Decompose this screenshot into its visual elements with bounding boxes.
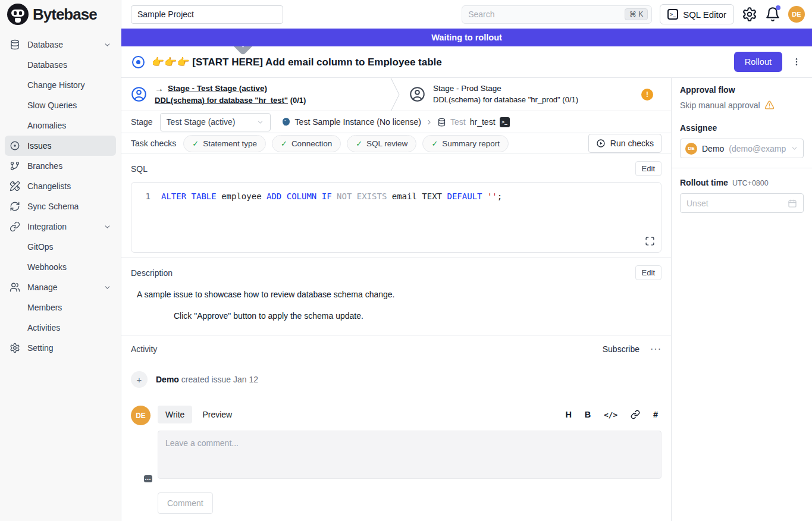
current-stage-arrow: → — [155, 82, 164, 95]
line-number: 1 — [139, 190, 151, 202]
link-icon[interactable] — [631, 410, 640, 419]
check-pass-icon: ✓ — [356, 139, 362, 148]
search-input[interactable] — [468, 10, 625, 19]
project-select[interactable]: Sample Project — [131, 5, 283, 24]
sql-editor-label: SQL Editor — [683, 10, 726, 20]
sql-editor-button[interactable]: >_ SQL Editor — [660, 4, 734, 24]
sidebar-item-manage[interactable]: Manage — [5, 277, 116, 297]
open-sql-editor-icon[interactable]: >_ — [500, 117, 510, 127]
heading-icon[interactable]: H — [565, 410, 571, 419]
comment-input[interactable] — [158, 431, 661, 479]
comment-bubble-icon: ••• — [144, 475, 152, 482]
more-options-kebab-icon[interactable] — [789, 55, 804, 69]
stage-task: DDL(schema) for database "hr_test" — [155, 96, 288, 105]
activity-more-icon[interactable]: ··· — [650, 344, 661, 354]
database-name[interactable]: hr_test — [470, 117, 496, 127]
sidebar-item-database[interactable]: Database — [5, 34, 116, 55]
status-banner: Waiting to rollout — [121, 29, 812, 46]
sidebar-item-change-history[interactable]: Change History — [5, 75, 116, 95]
check-pass-icon: ✓ — [281, 139, 287, 148]
sidebar-item-databases[interactable]: Databases — [5, 55, 116, 75]
stage-label: Stage — [131, 117, 153, 127]
chevron-down-icon — [104, 284, 111, 291]
sidebar-item-setting[interactable]: Setting — [5, 338, 116, 358]
terminal-icon: >_ — [667, 9, 678, 20]
check-statement-type[interactable]: ✓Statement type — [183, 135, 266, 152]
database-icon — [437, 118, 446, 127]
gear-icon — [10, 343, 20, 353]
sidebar-item-members[interactable]: Members — [5, 297, 116, 318]
database-icon — [10, 39, 20, 50]
rollout-time-picker[interactable]: Unset — [680, 193, 804, 213]
activity-item: + Demo created issue Jan 12 — [131, 371, 661, 388]
stage-select[interactable]: Test Stage (active) — [160, 113, 271, 131]
sql-editor[interactable]: 1 ALTER TABLE employee ADD COLUMN IF NOT… — [131, 182, 661, 253]
run-checks-button[interactable]: Run checks — [588, 134, 661, 153]
subscribe-button[interactable]: Subscribe — [603, 344, 639, 354]
sidebar-item-webhooks[interactable]: Webhooks — [5, 257, 116, 277]
pencil-ruler-icon — [10, 181, 20, 192]
check-summary-report[interactable]: ✓Summary report — [422, 135, 509, 152]
user-circle-icon — [409, 86, 425, 102]
sql-statement: ALTER TABLE employee ADD COLUMN IF NOT E… — [161, 190, 502, 202]
tab-preview[interactable]: Preview — [195, 406, 240, 423]
expand-editor-icon[interactable] — [645, 236, 655, 246]
instance-name[interactable]: Test Sample Instance (No license) — [295, 117, 421, 127]
activity-date: Jan 12 — [233, 375, 258, 384]
stage-card-test[interactable]: →Stage - Test Stage (active) DDL(schema)… — [121, 78, 390, 111]
link-icon — [10, 221, 20, 232]
search-shortcut: ⌘ K — [625, 8, 648, 20]
settings-gear-icon[interactable] — [742, 7, 757, 22]
sidebar-item-gitops[interactable]: GitOps — [5, 237, 116, 257]
comment-editor: DE ••• Write Preview H B </> — [131, 406, 661, 483]
user-circle-icon — [131, 86, 147, 102]
sidebar-item-changelists[interactable]: Changelists — [5, 176, 116, 196]
bold-icon[interactable]: B — [585, 410, 591, 419]
sidebar-item-anomalies[interactable]: Anomalies — [5, 115, 116, 136]
sidebar-item-branches[interactable]: Branches — [5, 156, 116, 176]
task-checks-row: Task checks ✓Statement type ✓Connection … — [121, 133, 671, 154]
app-root: Bytebase Database Databases Change Histo… — [0, 0, 812, 521]
sql-section: SQL Edit 1 ALTER TABLE employee ADD COLU… — [121, 154, 671, 258]
stage-title: Stage - Test Stage (active) — [168, 83, 267, 95]
search-box: ⌘ K — [462, 5, 652, 24]
tab-write[interactable]: Write — [158, 406, 192, 423]
user-avatar[interactable]: DE — [788, 6, 805, 23]
sql-edit-button[interactable]: Edit — [635, 161, 661, 176]
sidebar-item-sync-schema[interactable]: Sync Schema — [5, 196, 116, 216]
code-icon[interactable]: </> — [604, 410, 617, 419]
stage-task: DDL(schema) for database "hr_prod" (0/1) — [433, 95, 578, 104]
notifications-bell-icon[interactable] — [765, 7, 780, 22]
stage-separator-chevron — [390, 78, 400, 111]
stage-card-prod[interactable]: Stage - Prod Stage DDL(schema) for datab… — [400, 78, 671, 111]
sidebar-item-issues[interactable]: Issues — [5, 136, 116, 156]
assignee-email: (demo@example — [729, 144, 786, 153]
warning-triangle-icon — [764, 100, 775, 110]
database-breadcrumb: Test Sample Instance (No license) Test h… — [281, 117, 510, 127]
stage-selector-row: Stage Test Stage (active) Test Sample In… — [121, 111, 671, 133]
sidebar-item-slow-queries[interactable]: Slow Queries — [5, 95, 116, 115]
check-sql-review[interactable]: ✓SQL review — [347, 135, 416, 152]
description-text: Click "Approve" button to apply the sche… — [174, 311, 661, 321]
comment-submit-button[interactable]: Comment — [158, 492, 213, 514]
sidebar-item-activities[interactable]: Activities — [5, 318, 116, 338]
description-text: A sample issue to showcase how to review… — [137, 290, 661, 299]
sql-label: SQL — [131, 164, 148, 174]
rollout-button[interactable]: Rollout — [734, 52, 782, 72]
assignee-select[interactable]: DE Demo (demo@example — [680, 139, 804, 158]
top-bar: Sample Project ⌘ K >_ SQL Editor DE — [121, 0, 812, 29]
hash-icon[interactable]: # — [653, 410, 658, 419]
approval-flow-value: Skip manual approval — [680, 101, 760, 110]
issue-status-icon — [132, 56, 145, 68]
brand-name: Bytebase — [33, 5, 97, 24]
assignee-name: Demo — [702, 144, 724, 153]
description-edit-button[interactable]: Edit — [635, 265, 661, 280]
issue-sidebar: Approval flow Skip manual approval Assig… — [671, 78, 812, 521]
sidebar-item-integration[interactable]: Integration — [5, 216, 116, 237]
stage-warning-icon: ! — [641, 89, 653, 101]
bytebase-logo[interactable]: Bytebase — [0, 0, 121, 29]
stage-select-value: Test Stage (active) — [167, 117, 252, 127]
check-connection[interactable]: ✓Connection — [272, 135, 341, 152]
notification-dot — [776, 5, 780, 10]
issue-title: 👉👉👉 [START HERE] Add email column to Emp… — [152, 56, 727, 68]
